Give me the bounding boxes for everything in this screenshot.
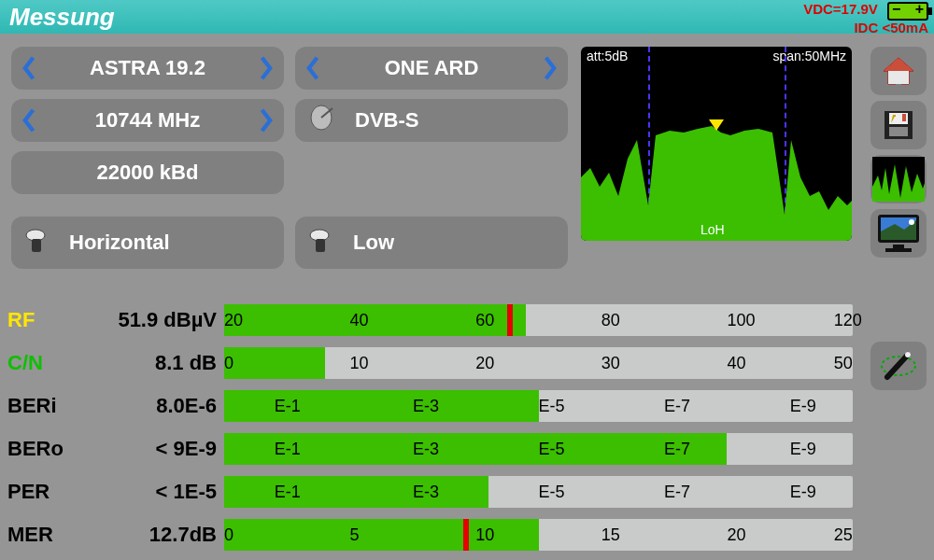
frequency-prev[interactable] bbox=[11, 99, 49, 142]
bar-tick: E-7 bbox=[664, 440, 690, 459]
channel-label: ONE ARD bbox=[333, 56, 531, 80]
band-panel[interactable]: Low bbox=[295, 217, 568, 269]
svg-point-26 bbox=[905, 352, 911, 357]
bar-value: 12.7dB bbox=[67, 523, 224, 547]
symbolrate-panel[interactable]: 22000 kBd bbox=[11, 151, 284, 194]
bar-scale: 20406080100120 bbox=[224, 304, 853, 336]
dish-icon bbox=[308, 103, 338, 138]
bar-tick: E-1 bbox=[275, 397, 301, 416]
frequency-selector[interactable]: 10744 MHz bbox=[11, 99, 284, 142]
satellite-prev[interactable] bbox=[11, 47, 49, 90]
channel-selector[interactable]: ONE ARD bbox=[295, 47, 568, 90]
bar-name: RF bbox=[7, 308, 67, 332]
spectrum-trace bbox=[581, 47, 852, 241]
bar-row-mer: MER12.7dB0510152025 bbox=[7, 515, 853, 554]
bar-fill bbox=[224, 476, 488, 508]
bar-tick: E-5 bbox=[539, 483, 565, 502]
satellite-selector[interactable]: ASTRA 19.2 bbox=[11, 47, 284, 90]
modulation-panel[interactable]: DVB-S bbox=[295, 99, 568, 142]
bar-name: BERi bbox=[7, 394, 67, 418]
autoscan-button[interactable] bbox=[870, 342, 927, 390]
bar-row-rf: RF51.9 dBµV20406080100120 bbox=[7, 301, 853, 340]
spectrum-marker-icon bbox=[709, 119, 724, 131]
bar-tick: 25 bbox=[834, 525, 853, 545]
bar-name: C/N bbox=[7, 351, 67, 375]
band-label: Low bbox=[344, 231, 568, 255]
chevron-right-icon bbox=[257, 108, 274, 133]
svg-line-25 bbox=[887, 355, 908, 377]
bar-name: BERo bbox=[7, 437, 67, 461]
bar-value: 51.9 dBµV bbox=[67, 308, 224, 332]
bar-fill bbox=[224, 347, 325, 379]
bar-tick: 0 bbox=[224, 525, 234, 545]
bar-tick: E-9 bbox=[790, 397, 816, 416]
symbolrate-label: 22000 kBd bbox=[11, 161, 284, 185]
bar-tick: 80 bbox=[601, 311, 620, 330]
bar-tick: E-3 bbox=[413, 397, 439, 416]
bar-tick: 10 bbox=[475, 525, 494, 545]
monitor-icon bbox=[876, 213, 921, 254]
bar-tick: 20 bbox=[727, 525, 745, 545]
battery-icon: −+ bbox=[887, 2, 928, 21]
chevron-left-icon bbox=[21, 108, 38, 133]
svg-rect-3 bbox=[32, 239, 41, 252]
polarization-panel[interactable]: Horizontal bbox=[11, 217, 284, 269]
svg-rect-22 bbox=[893, 245, 904, 248]
home-button[interactable] bbox=[870, 47, 927, 95]
home-icon bbox=[880, 52, 917, 90]
bar-name: PER bbox=[7, 480, 67, 504]
spectrum-icon bbox=[872, 157, 925, 202]
bar-tick: 120 bbox=[834, 311, 862, 330]
satellite-next[interactable] bbox=[247, 47, 284, 90]
channel-prev[interactable] bbox=[295, 47, 333, 90]
bar-scale: 01020304050 bbox=[224, 347, 853, 379]
chevron-left-icon bbox=[21, 56, 38, 80]
bar-row-per: PER< 1E-5E-1E-3E-5E-7E-9 bbox=[7, 472, 853, 511]
bar-tick: 60 bbox=[475, 311, 494, 330]
power-status: VDC=17.9V −+ IDC <50mA bbox=[803, 2, 928, 35]
frequency-next[interactable] bbox=[247, 99, 284, 142]
bar-scale: E-1E-3E-5E-7E-9 bbox=[224, 476, 853, 508]
bar-tick: E-7 bbox=[664, 483, 690, 502]
svg-rect-12 bbox=[889, 127, 908, 136]
bar-row-beri: BERi8.0E-6E-1E-3E-5E-7E-9 bbox=[7, 386, 853, 426]
bar-tick: 20 bbox=[475, 354, 494, 373]
spectrum-display[interactable]: att:5dB span:50MHz LoH bbox=[581, 47, 852, 241]
svg-rect-13 bbox=[902, 114, 906, 121]
bar-tick: 0 bbox=[224, 354, 234, 373]
channel-next[interactable] bbox=[531, 47, 568, 90]
vdc-value: VDC=17.9V bbox=[803, 1, 878, 17]
chevron-right-icon bbox=[257, 56, 274, 80]
bar-name: MER bbox=[7, 523, 67, 547]
frequency-label: 10744 MHz bbox=[49, 108, 247, 133]
bar-threshold-marker bbox=[463, 519, 469, 551]
bar-tick: E-9 bbox=[790, 483, 816, 502]
floppy-icon bbox=[880, 106, 917, 144]
save-button[interactable] bbox=[870, 101, 927, 149]
modulation-label: DVB-S bbox=[338, 108, 568, 133]
lnb-icon bbox=[21, 226, 54, 259]
bar-tick: 15 bbox=[601, 525, 620, 545]
wand-icon bbox=[878, 345, 919, 386]
satellite-label: ASTRA 19.2 bbox=[49, 56, 247, 80]
bar-value: 8.0E-6 bbox=[67, 394, 224, 418]
spectrum-button[interactable] bbox=[870, 155, 927, 203]
bar-tick: 50 bbox=[834, 354, 853, 373]
bar-tick: E-5 bbox=[539, 440, 565, 459]
svg-rect-5 bbox=[316, 239, 325, 252]
bar-value: < 1E-5 bbox=[67, 480, 224, 504]
bar-threshold-marker bbox=[507, 304, 513, 336]
chevron-left-icon bbox=[305, 56, 322, 80]
bar-tick: E-3 bbox=[413, 440, 439, 459]
bar-row-cn: C/N8.1 dB01020304050 bbox=[7, 343, 853, 383]
svg-marker-9 bbox=[884, 58, 913, 71]
bar-scale: 0510152025 bbox=[224, 519, 853, 551]
video-button[interactable] bbox=[870, 209, 927, 258]
bar-scale: E-1E-3E-5E-7E-9 bbox=[224, 390, 853, 422]
bar-tick: 30 bbox=[601, 354, 620, 373]
polarization-label: Horizontal bbox=[60, 231, 284, 255]
bar-tick: 40 bbox=[727, 354, 745, 373]
chevron-right-icon bbox=[541, 56, 558, 80]
titlebar: Messung VDC=17.9V −+ IDC <50mA bbox=[0, 0, 934, 34]
svg-rect-8 bbox=[888, 71, 909, 84]
